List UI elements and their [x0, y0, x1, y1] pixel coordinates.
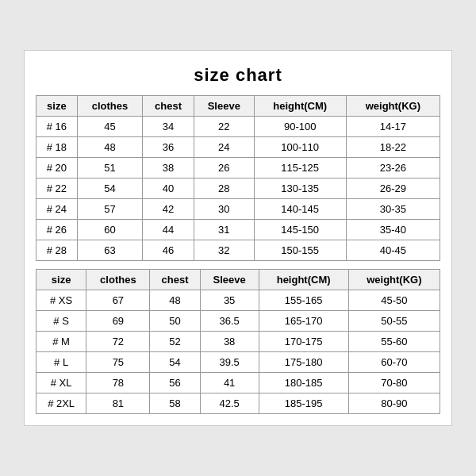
table-cell: 45-50: [348, 290, 440, 311]
table-cell: 30: [194, 199, 254, 220]
table-cell: # 20: [36, 158, 78, 178]
table-row: # 22544028130-13526-29: [36, 178, 440, 199]
table1-col-header: chest: [143, 96, 194, 117]
table2-col-header: weight(KG): [348, 270, 440, 290]
table-cell: 31: [194, 220, 254, 240]
table-row: # 1645342290-10014-17: [36, 117, 440, 137]
table-cell: 39.5: [200, 352, 259, 373]
section-divider: [36, 261, 440, 269]
size-table-2: sizeclotheschestSleeveheight(CM)weight(K…: [36, 269, 440, 414]
table-cell: 36.5: [200, 311, 259, 332]
table-cell: 35-40: [346, 220, 440, 240]
table-cell: 50-55: [348, 311, 440, 332]
table-cell: 75: [86, 352, 150, 373]
table-row: # XS674835155-16545-50: [36, 290, 440, 311]
size-table-1: sizeclotheschestSleeveheight(CM)weight(K…: [36, 95, 440, 261]
table2-body: # XS674835155-16545-50# S695036.5165-170…: [36, 290, 440, 414]
table-cell: 54: [150, 352, 200, 373]
table-row: # L755439.5175-18060-70: [36, 352, 440, 373]
table1-col-header: size: [36, 96, 78, 117]
table-row: # 18483624100-11018-22: [36, 137, 440, 158]
table-row: # 24574230140-14530-35: [36, 199, 440, 220]
table-cell: 24: [194, 137, 254, 158]
table-cell: 38: [200, 332, 259, 352]
table2-col-header: chest: [150, 270, 200, 290]
table-cell: 90-100: [254, 117, 346, 137]
table-cell: 42.5: [200, 393, 259, 414]
table-cell: 22: [194, 117, 254, 137]
table1-col-header: weight(KG): [346, 96, 440, 117]
table-cell: 63: [77, 240, 142, 261]
table-cell: 130-135: [254, 178, 346, 199]
table-cell: # 22: [36, 178, 78, 199]
table-cell: 140-145: [254, 199, 346, 220]
size-chart-card: size chart sizeclotheschestSleeveheight(…: [24, 50, 452, 426]
table-cell: 60: [77, 220, 142, 240]
table1-body: # 1645342290-10014-17# 18483624100-11018…: [36, 117, 440, 261]
table-cell: 67: [86, 290, 150, 311]
table-cell: 50: [150, 311, 200, 332]
table-cell: 180-185: [259, 373, 348, 393]
table-row: # S695036.5165-17050-55: [36, 311, 440, 332]
table-cell: # 24: [36, 199, 78, 220]
table-row: # 20513826115-12523-26: [36, 158, 440, 178]
table-cell: 26: [194, 158, 254, 178]
table-cell: 28: [194, 178, 254, 199]
table-cell: 54: [77, 178, 142, 199]
table-cell: 150-155: [254, 240, 346, 261]
table-cell: 41: [200, 373, 259, 393]
table-cell: 52: [150, 332, 200, 352]
table-cell: # 28: [36, 240, 78, 261]
table2-col-header: size: [36, 270, 86, 290]
table-cell: 70-80: [348, 373, 440, 393]
table-cell: # L: [36, 352, 86, 373]
table-cell: 23-26: [346, 158, 440, 178]
table-cell: 55-60: [348, 332, 440, 352]
table1-col-header: Sleeve: [194, 96, 254, 117]
table-cell: 72: [86, 332, 150, 352]
table-cell: # 26: [36, 220, 78, 240]
table-cell: 58: [150, 393, 200, 414]
table1-col-header: height(CM): [254, 96, 346, 117]
table-cell: 155-165: [259, 290, 348, 311]
table-cell: 69: [86, 311, 150, 332]
table-cell: 30-35: [346, 199, 440, 220]
table-cell: 18-22: [346, 137, 440, 158]
chart-title: size chart: [36, 65, 440, 86]
table-row: # 2XL815842.5185-19580-90: [36, 393, 440, 414]
table-cell: # 16: [36, 117, 78, 137]
table-cell: 48: [77, 137, 142, 158]
table-cell: 38: [143, 158, 194, 178]
table-cell: 170-175: [259, 332, 348, 352]
table-cell: 14-17: [346, 117, 440, 137]
table-row: # 28634632150-15540-45: [36, 240, 440, 261]
table-cell: 44: [143, 220, 194, 240]
table-cell: 32: [194, 240, 254, 261]
table-cell: 56: [150, 373, 200, 393]
table2-col-header: height(CM): [259, 270, 348, 290]
table-cell: 42: [143, 199, 194, 220]
table-cell: 51: [77, 158, 142, 178]
table-cell: 78: [86, 373, 150, 393]
table-cell: 40: [143, 178, 194, 199]
table-cell: 34: [143, 117, 194, 137]
table-cell: 115-125: [254, 158, 346, 178]
table-cell: 48: [150, 290, 200, 311]
table-cell: 36: [143, 137, 194, 158]
table-cell: # M: [36, 332, 86, 352]
table2-col-header: Sleeve: [200, 270, 259, 290]
table-cell: # XL: [36, 373, 86, 393]
table-cell: 100-110: [254, 137, 346, 158]
table-cell: # S: [36, 311, 86, 332]
table-cell: 185-195: [259, 393, 348, 414]
table-cell: 165-170: [259, 311, 348, 332]
table-cell: # 2XL: [36, 393, 86, 414]
table-cell: 57: [77, 199, 142, 220]
table-cell: # XS: [36, 290, 86, 311]
table-cell: 46: [143, 240, 194, 261]
table-cell: 80-90: [348, 393, 440, 414]
table-cell: 81: [86, 393, 150, 414]
table-cell: # 18: [36, 137, 78, 158]
table-cell: 145-150: [254, 220, 346, 240]
table-cell: 35: [200, 290, 259, 311]
